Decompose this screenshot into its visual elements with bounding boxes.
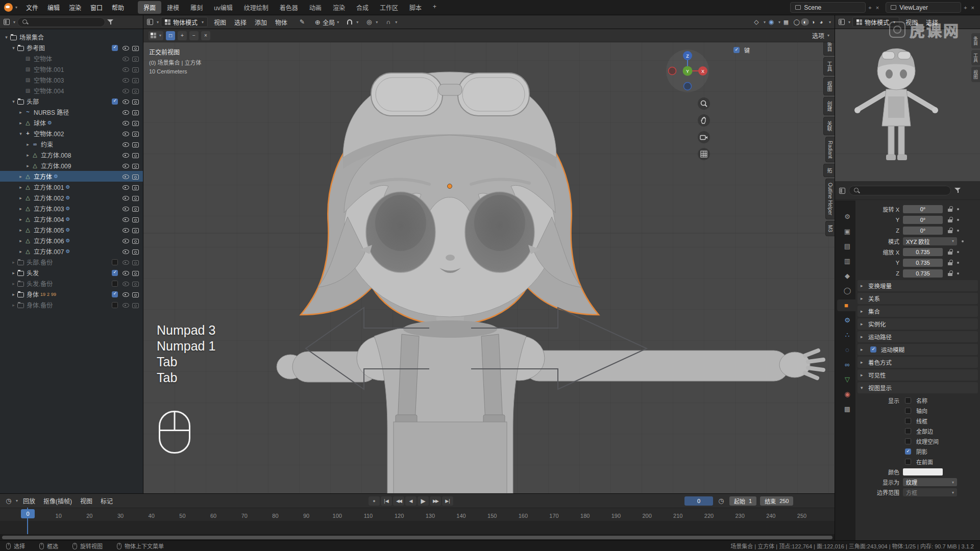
visibility-eye-icon[interactable]	[122, 237, 130, 244]
render-camera-icon[interactable]	[132, 227, 140, 233]
visibility-eye-icon[interactable]	[122, 130, 130, 137]
animate-dot-icon[interactable]	[962, 240, 964, 242]
properties-filter-icon[interactable]	[954, 187, 961, 194]
current-frame-field[interactable]: 0	[684, 496, 713, 506]
expand-arrow-icon[interactable]: ▾	[10, 99, 17, 104]
render-camera-icon[interactable]	[132, 55, 140, 62]
properties-tab-视图层[interactable]: ▥	[839, 255, 855, 267]
render-camera-icon[interactable]	[132, 109, 140, 115]
render-camera-icon[interactable]	[132, 173, 140, 180]
outliner-row[interactable]: 空物体.003	[0, 74, 143, 85]
render-camera-icon[interactable]	[132, 87, 140, 94]
visibility-eye-icon[interactable]	[122, 152, 130, 158]
outliner-row[interactable]: ▾头部	[0, 96, 143, 107]
outliner-row[interactable]: ▸头发	[0, 267, 143, 278]
render-camera-icon[interactable]	[132, 77, 140, 83]
expand-arrow-icon[interactable]: ▸	[10, 260, 17, 265]
sidebar-tab-关联[interactable]: 关联	[823, 117, 835, 135]
expand-arrow-icon[interactable]: ▾	[10, 45, 17, 51]
properties-tab-修改器[interactable]: ⚙	[839, 314, 855, 326]
visibility-eye-icon[interactable]	[122, 44, 130, 51]
gizmos-caret-icon[interactable]: ▾	[764, 20, 766, 24]
shading-rendered-icon[interactable]: ◕	[817, 18, 825, 26]
timeline-menu-标记[interactable]: 标记	[96, 495, 117, 507]
options-caret-icon[interactable]: ▾	[827, 33, 829, 38]
animate-dot-icon[interactable]	[957, 230, 959, 232]
viewport-menu-视图[interactable]: 视图	[210, 16, 230, 28]
workspace-tab[interactable]: +	[427, 1, 442, 14]
collection-checkbox[interactable]	[112, 270, 118, 276]
outliner-row[interactable]: ▸身体19299	[0, 289, 143, 299]
viewlayer-selector[interactable]: ViewLayer	[886, 2, 961, 13]
pan-hand-icon[interactable]	[698, 114, 710, 127]
outliner-row[interactable]: ▸头发.备份	[0, 278, 143, 289]
start-frame-field[interactable]: 起始1	[729, 496, 756, 506]
outliner-row[interactable]: ▸立方体.008	[0, 149, 143, 160]
next-keyframe-button[interactable]	[430, 496, 441, 506]
collection-checkbox[interactable]	[112, 45, 118, 51]
zoom-icon[interactable]	[698, 97, 710, 110]
lock-icon[interactable]	[948, 260, 952, 265]
select-tool-dropdown[interactable]: ▾	[149, 31, 163, 40]
color-swatch[interactable]	[903, 468, 943, 475]
timeline-scrollbar[interactable]	[0, 534, 835, 540]
section-视图显示[interactable]: ▾视图显示	[857, 382, 978, 393]
number-field[interactable]: 0.735	[903, 259, 943, 267]
render-camera-icon[interactable]	[132, 130, 140, 137]
jump-to-end-button[interactable]	[442, 496, 453, 506]
frame-ruler[interactable]: 0102030405060708090100110120130140150160…	[0, 508, 835, 521]
section-集合[interactable]: ▸集合	[857, 306, 978, 317]
display-checkbox[interactable]	[905, 448, 911, 455]
expand-arrow-icon[interactable]: ▸	[10, 281, 17, 286]
viewport-editor-caret-icon[interactable]: ▾	[157, 20, 159, 24]
preview-mode-dropdown[interactable]: 物体模式 ▾	[852, 17, 899, 27]
section-变换增量[interactable]: ▸变换增量	[857, 280, 978, 291]
sidebar-tab-M3[interactable]: M3	[825, 221, 835, 236]
orientation-label[interactable]: 全局	[323, 18, 335, 27]
number-field[interactable]: 0°	[903, 205, 943, 213]
workspace-tab[interactable]: 纹理绘制	[238, 1, 274, 14]
preview-tab-视图[interactable]: 视图	[971, 67, 980, 82]
annotate-pen-icon[interactable]	[300, 18, 305, 26]
key-toggle[interactable]: 键	[731, 46, 750, 54]
viewlayer-delete-button[interactable]: ×	[970, 5, 976, 11]
viewport-menu-物体[interactable]: 物体	[271, 16, 291, 28]
timeline-body[interactable]: 0102030405060708090100110120130140150160…	[0, 508, 835, 534]
properties-tab-输出[interactable]: ▤	[839, 240, 855, 252]
ortho-grid-icon[interactable]	[698, 148, 710, 160]
visibility-eye-icon[interactable]	[122, 280, 130, 287]
lock-icon[interactable]	[948, 217, 952, 222]
preview-editor-caret-icon[interactable]: ▾	[848, 20, 850, 24]
properties-tab-场景[interactable]: ◆	[839, 270, 855, 282]
workspace-tab[interactable]: 脚本	[404, 1, 427, 14]
render-camera-icon[interactable]	[132, 152, 140, 158]
outliner-row[interactable]: ▸立方体.001	[0, 182, 143, 192]
outliner-editor-caret-icon[interactable]: ▾	[13, 20, 15, 24]
viewport-editor-icon[interactable]	[147, 19, 153, 25]
overlays-caret-icon[interactable]: ▾	[778, 20, 780, 24]
expand-arrow-icon[interactable]: ▸	[10, 303, 17, 308]
sidebar-tab-Radiant[interactable]: Radiant	[825, 137, 835, 162]
outliner-row[interactable]: ▾参考图	[0, 42, 143, 53]
outliner-row[interactable]: ▾场景集合	[0, 32, 143, 42]
select-mode-subtract-button[interactable]: −	[189, 31, 199, 40]
sidebar-tab-创建[interactable]: 创建	[823, 97, 835, 115]
render-camera-icon[interactable]	[132, 66, 140, 72]
properties-tab-约束[interactable]: ∞	[839, 359, 855, 370]
properties-editor-icon[interactable]	[839, 188, 845, 194]
visibility-eye-icon[interactable]	[122, 302, 130, 308]
render-camera-icon[interactable]	[132, 98, 140, 105]
visibility-eye-icon[interactable]	[122, 248, 130, 255]
viewport-3d[interactable]: ▾ □ + − × 选项▾ 正交前视图 (0) 场景集合 | 立方体 10 Ce…	[143, 29, 835, 493]
play-button[interactable]	[418, 496, 429, 506]
sidebar-tab-工具[interactable]: 工具	[823, 57, 835, 76]
menu-渲染[interactable]: 渲染	[64, 2, 86, 13]
expand-arrow-icon[interactable]: ▾	[3, 35, 10, 40]
visibility-eye-icon[interactable]	[122, 194, 130, 201]
outliner-row[interactable]: ▸身体.备份	[0, 299, 143, 310]
camera-view-icon[interactable]	[698, 131, 710, 143]
visibility-eye-icon[interactable]	[122, 109, 130, 115]
expand-arrow-icon[interactable]: ▾	[17, 131, 24, 136]
preview-menu-视图[interactable]: 视图	[901, 16, 922, 28]
sidebar-tab-拓[interactable]: 拓	[823, 164, 835, 177]
